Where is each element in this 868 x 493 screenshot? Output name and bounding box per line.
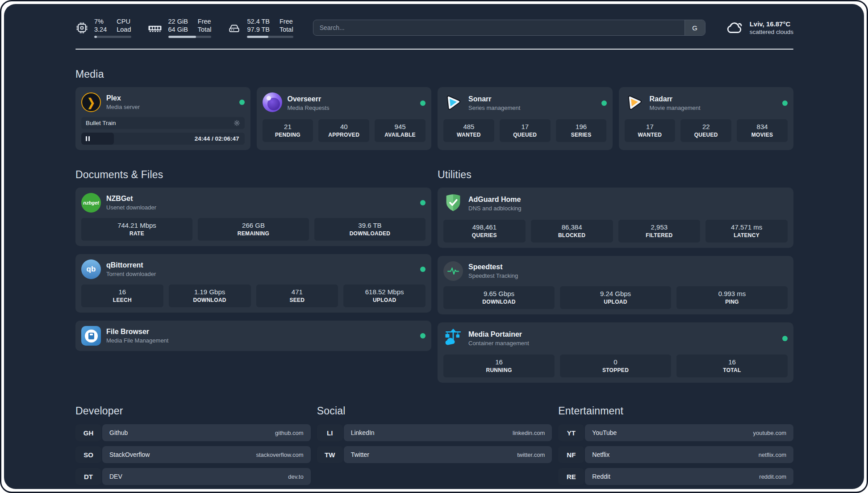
stat-label: DOWNLOAD: [445, 299, 553, 305]
stat-rate: 744.21 MbpsRATE: [81, 218, 192, 241]
bookmark-reddit[interactable]: RERedditreddit.com: [558, 468, 793, 485]
stat-label: PENDING: [264, 132, 312, 138]
bookmark-group-entertainment: EntertainmentYTYouTubeyoutube.comNFNetfl…: [558, 386, 793, 485]
weather-widget: Lviv, 16.87°C scattered clouds: [725, 20, 793, 35]
stat-label: WANTED: [626, 132, 674, 138]
stat-value: 485: [445, 123, 492, 130]
search-engine-button[interactable]: G: [684, 20, 705, 35]
portainer-icon: [443, 328, 463, 349]
dashboard: 7%3.24CPULoad22 GiB64 GiBFreeTotal52.4 T…: [4, 4, 864, 489]
qbittorrent-icon: qb: [81, 259, 101, 279]
bookmark-name: Twitter: [351, 451, 369, 458]
app-card-filebrowser[interactable]: File BrowserMedia File Management: [75, 321, 431, 351]
status-indicator-online: [239, 100, 245, 105]
app-card-speedtest[interactable]: SpeedtestSpeedtest Tracking9.65 GbpsDOWN…: [438, 256, 793, 314]
bookmark-group-social: SocialLILinkedInlinkedin.comTWTwittertwi…: [317, 386, 552, 485]
app-name: NZBGet: [106, 195, 156, 203]
stat-label: WANTED: [445, 132, 492, 138]
app-name: Speedtest: [468, 263, 518, 271]
app-description: DNS and adblocking: [468, 205, 522, 212]
bookmark-sections: DeveloperGHGithubgithub.comSOStackOverfl…: [75, 386, 793, 485]
bookmark-linkedin[interactable]: LILinkedInlinkedin.com: [317, 424, 552, 441]
stat-label: STOPPED: [562, 367, 669, 373]
header: 7%3.24CPULoad22 GiB64 GiBFreeTotal52.4 T…: [75, 17, 793, 38]
bookmark-group-developer: DeveloperGHGithubgithub.comSOStackOverfl…: [75, 386, 311, 485]
stat-value: 744.21 Mbps: [83, 221, 191, 229]
weather-location-temp: Lviv, 16.87°C: [750, 20, 793, 28]
bookmark-dev[interactable]: DTDEVdev.to: [75, 468, 311, 485]
app-description: Media File Management: [106, 337, 168, 344]
cpu-icon: [75, 21, 88, 34]
usage-bar: [247, 36, 293, 38]
app-description: Container management: [468, 340, 529, 347]
stat-label: PING: [678, 299, 786, 305]
stat-series: 196SERIES: [556, 119, 607, 142]
stat-label: LATENCY: [707, 232, 786, 238]
app-description: Movie management: [650, 104, 701, 111]
stat-value: 17: [501, 123, 549, 130]
radarr-icon: [625, 92, 644, 114]
utilities-column: Utilities AdGuard HomeDNS and adblocking…: [438, 150, 793, 383]
bookmark-netflix[interactable]: NFNetflixnetflix.com: [558, 446, 793, 463]
stat-label: QUEUED: [682, 132, 730, 138]
playback-progress-fill: [81, 133, 114, 145]
bookmark-abbr: GH: [75, 424, 101, 441]
overseerr-icon: [263, 92, 282, 114]
bookmark-stackoverflow[interactable]: SOStackOverflowstackoverflow.com: [75, 446, 311, 463]
bookmark-twitter[interactable]: TWTwittertwitter.com: [317, 446, 552, 463]
stat-remaining: 266 GBREMAINING: [198, 218, 309, 241]
stat-wanted: 485WANTED: [443, 119, 494, 142]
stat-value: 16: [83, 288, 162, 296]
system-stat-cpu: 7%3.24CPULoad: [75, 17, 131, 38]
app-card-plex[interactable]: ❯PlexMedia serverBullet Train24:44 / 02:…: [75, 87, 250, 150]
bookmark-youtube[interactable]: YTYouTubeyoutube.com: [558, 424, 793, 441]
search-input[interactable]: [313, 20, 684, 35]
now-playing-title: Bullet Train: [86, 120, 116, 126]
stat-labels: CPULoad: [117, 17, 131, 33]
stat-upload: 618.52 MbpsUPLOAD: [343, 284, 426, 307]
bookmark-name: Github: [109, 429, 128, 436]
stat-label: APPROVED: [320, 132, 367, 138]
nzbget-icon: nzbget: [81, 193, 101, 213]
playback-time: 24:44 / 02:06:47: [195, 135, 245, 142]
app-card-nzbget[interactable]: nzbgetNZBGetUsenet downloader744.21 Mbps…: [75, 188, 431, 246]
stat-value: 16: [445, 358, 553, 366]
stat-download: 1.19 GbpsDOWNLOAD: [169, 284, 251, 307]
app-card-adguard[interactable]: AdGuard HomeDNS and adblocking498,461QUE…: [438, 188, 793, 248]
stat-upload: 9.24 GbpsUPLOAD: [560, 286, 671, 309]
app-card-overseerr[interactable]: OverseerrMedia Requests21PENDING40APPROV…: [257, 87, 432, 150]
app-description: Speedtest Tracking: [468, 272, 518, 279]
gear-icon[interactable]: [234, 120, 240, 126]
pause-icon[interactable]: [86, 136, 90, 141]
app-name: File Browser: [106, 328, 168, 336]
app-name: Sonarr: [468, 95, 520, 103]
bookmark-github[interactable]: GHGithubgithub.com: [75, 424, 311, 441]
stat-value: 39.6 TB: [316, 221, 424, 229]
section-title-media: Media: [75, 68, 793, 80]
stat-value: 2,953: [620, 223, 699, 231]
stat-value: 47.571 ms: [707, 223, 786, 231]
stat-blocked: 86,384BLOCKED: [531, 220, 613, 242]
status-indicator-online: [782, 336, 788, 341]
stat-queries: 498,461QUERIES: [443, 220, 526, 242]
documents-column: Documents & Files nzbgetNZBGetUsenet dow…: [75, 150, 431, 351]
bookmark-name: LinkedIn: [351, 429, 375, 436]
app-card-radarr[interactable]: RadarrMovie management17WANTED22QUEUED83…: [619, 87, 794, 150]
stat-label: QUEUED: [501, 132, 549, 138]
bookmark-url: netflix.com: [759, 451, 786, 458]
bookmark-url: github.com: [275, 430, 304, 436]
stat-stopped: 0STOPPED: [560, 355, 671, 377]
stat-wanted: 17WANTED: [625, 119, 676, 142]
stat-label: AVAILABLE: [376, 132, 424, 138]
app-card-sonarr[interactable]: SonarrSeries management485WANTED17QUEUED…: [438, 87, 613, 150]
stat-value: 40: [320, 123, 367, 130]
header-divider: [75, 49, 793, 50]
stat-values: 52.4 TB97.9 TB: [247, 17, 270, 33]
app-card-qbittorrent[interactable]: qbqBittorrentTorrent downloader16LEECH1.…: [75, 254, 431, 313]
bookmark-abbr: LI: [317, 424, 343, 441]
stat-leech: 16LEECH: [81, 284, 163, 307]
app-name: AdGuard Home: [468, 196, 522, 204]
stat-value: 0.993 ms: [678, 290, 786, 297]
app-card-portainer[interactable]: Media PortainerContainer management16RUN…: [438, 322, 793, 383]
stat-label: UPLOAD: [562, 299, 669, 305]
